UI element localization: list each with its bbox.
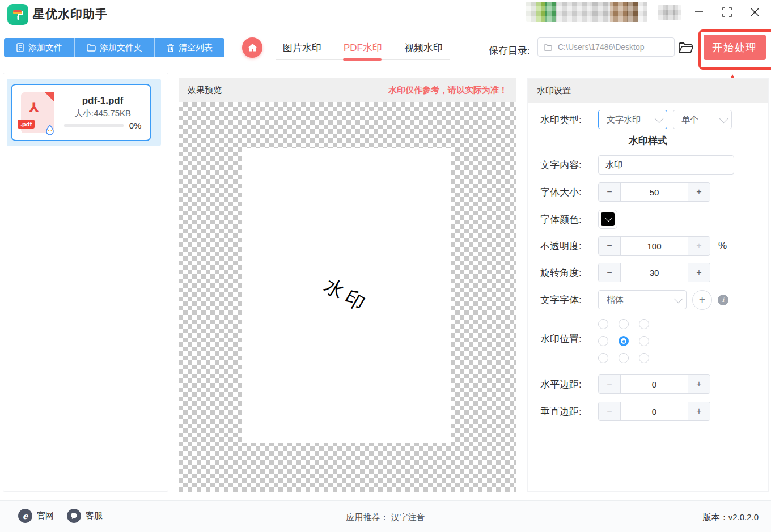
position-radio-middle-right[interactable] (639, 336, 649, 346)
rotation-increase-button[interactable]: + (688, 263, 710, 282)
watermark-position-grid (598, 319, 649, 363)
h-margin-value[interactable]: 0 (621, 375, 688, 393)
app-title: 星优水印助手 (33, 6, 108, 22)
close-button[interactable] (746, 5, 763, 19)
vertical-margin-label: 垂直边距: (540, 405, 582, 418)
tab-image-watermark[interactable]: 图片水印 (276, 38, 328, 61)
font-size-label: 字体大小: (540, 186, 582, 199)
tab-pdf-watermark[interactable]: PDF水印 (337, 38, 389, 61)
file-size: 大小:445.75KB (74, 108, 131, 119)
position-radio-top-left[interactable] (598, 319, 608, 329)
file-actions-group: 添加文件 添加文件夹 清空列表 (4, 38, 224, 57)
preview-panel: 效果预览 水印仅作参考，请以实际为准！ 水印 (179, 78, 516, 492)
pdf-page-preview: 水印 (242, 148, 451, 443)
opacity-stepper: − 100 + (598, 236, 710, 256)
color-swatch-black (601, 212, 615, 226)
opacity-unit: % (718, 240, 727, 252)
opacity-value[interactable]: 100 (621, 237, 688, 255)
v-margin-value[interactable]: 0 (621, 402, 688, 420)
v-margin-increase-button[interactable]: + (688, 402, 710, 420)
font-color-label: 字体颜色: (540, 213, 582, 226)
recommend-app-link[interactable]: 汉字注音 (391, 512, 425, 522)
watermark-preview-text: 水印 (319, 273, 374, 319)
save-directory-input[interactable] (557, 42, 668, 52)
browse-folder-button[interactable] (677, 40, 694, 56)
font-family-label: 文字字体: (540, 293, 582, 307)
opacity-label: 不透明度: (540, 240, 582, 253)
position-radio-bottom-left[interactable] (598, 353, 608, 363)
clear-list-label: 清空列表 (179, 42, 213, 53)
app-logo-icon (7, 4, 28, 25)
add-folder-button[interactable]: 添加文件夹 (74, 38, 154, 57)
opacity-decrease-button[interactable]: − (599, 237, 621, 255)
position-radio-middle-left[interactable] (598, 336, 608, 346)
save-directory-field[interactable] (537, 37, 675, 57)
file-list-item[interactable]: ⅄ .pdf pdf-1.pdf 大小:445.75KB 0% (11, 84, 151, 141)
watermark-mode-select[interactable]: 单个 (673, 110, 732, 129)
position-radio-top-right[interactable] (639, 319, 649, 329)
h-margin-decrease-button[interactable]: − (599, 375, 621, 393)
vertical-margin-stepper: − 0 + (598, 402, 710, 421)
add-file-button[interactable]: 添加文件 (4, 38, 74, 57)
folder-small-icon (544, 44, 552, 51)
file-progress-percent: 0% (129, 121, 142, 130)
watermark-text-input[interactable] (598, 155, 734, 175)
h-margin-increase-button[interactable]: + (688, 375, 710, 393)
clear-list-button[interactable]: 清空列表 (154, 38, 224, 57)
font-family-select[interactable]: 楷体 (598, 290, 687, 309)
font-color-picker[interactable] (598, 210, 617, 229)
watermark-type-label: 水印类型: (540, 113, 582, 126)
file-progress-bar (64, 124, 124, 127)
save-directory-label: 保存目录: (489, 41, 530, 61)
tab-video-watermark[interactable]: 视频水印 (397, 38, 450, 61)
v-margin-decrease-button[interactable]: − (599, 402, 621, 420)
pdf-badge: .pdf (18, 120, 35, 129)
transparency-checker-canvas: 水印 (179, 102, 516, 492)
censored-user-info (526, 2, 647, 22)
home-icon (248, 43, 257, 52)
home-button[interactable] (242, 37, 262, 58)
app-recommendation: 应用推荐： 汉字注音 (0, 512, 771, 523)
chevron-down-icon (719, 114, 728, 123)
maximize-button[interactable] (718, 5, 735, 19)
start-processing-button[interactable]: 开始处理 (704, 35, 766, 60)
opacity-increase-button[interactable]: + (688, 237, 710, 255)
rotation-label: 旋转角度: (540, 266, 582, 279)
rotation-decrease-button[interactable]: − (599, 263, 621, 282)
watermark-type-select[interactable]: 文字水印 (598, 110, 667, 129)
font-size-increase-button[interactable]: + (688, 183, 710, 201)
watermark-drop-icon (45, 124, 55, 135)
position-radio-bottom-right[interactable] (639, 353, 649, 363)
position-radio-top-center[interactable] (619, 319, 629, 329)
trash-icon (167, 43, 175, 52)
style-section-divider: 水印样式 (528, 133, 768, 148)
add-font-button[interactable]: + (692, 290, 712, 310)
rotation-value[interactable]: 30 (621, 263, 688, 282)
style-section-title: 水印样式 (629, 134, 667, 147)
text-content-label: 文字内容: (540, 159, 582, 172)
watermark-type-tabs: 图片水印 PDF水印 视频水印 (276, 38, 450, 61)
font-size-decrease-button[interactable]: − (599, 183, 621, 201)
minimize-button[interactable] (690, 5, 708, 19)
rotation-stepper: − 30 + (598, 263, 710, 282)
settings-title: 水印设置 (537, 86, 571, 96)
info-icon[interactable]: i (718, 295, 728, 305)
add-file-label: 添加文件 (28, 42, 62, 53)
censored-badge (658, 5, 681, 20)
add-folder-label: 添加文件夹 (100, 42, 142, 53)
horizontal-margin-stepper: − 0 + (598, 374, 710, 394)
chevron-down-icon (655, 114, 664, 123)
position-radio-center[interactable] (619, 336, 629, 346)
horizontal-margin-label: 水平边距: (540, 378, 582, 391)
preview-title: 效果预览 (188, 85, 222, 96)
active-tab-indicator (343, 58, 382, 61)
footer-bar: e 官网 客服 应用推荐： 汉字注音 版本：v2.0.2.0 (0, 500, 771, 532)
font-size-value[interactable]: 50 (621, 183, 688, 201)
chevron-down-icon (674, 294, 683, 303)
position-radio-bottom-center[interactable] (619, 353, 629, 363)
folder-icon (87, 44, 96, 52)
file-name: pdf-1.pdf (82, 95, 124, 107)
position-label: 水印位置: (540, 333, 582, 346)
document-icon (16, 43, 24, 52)
preview-notice: 水印仅作参考，请以实际为准！ (388, 85, 507, 96)
